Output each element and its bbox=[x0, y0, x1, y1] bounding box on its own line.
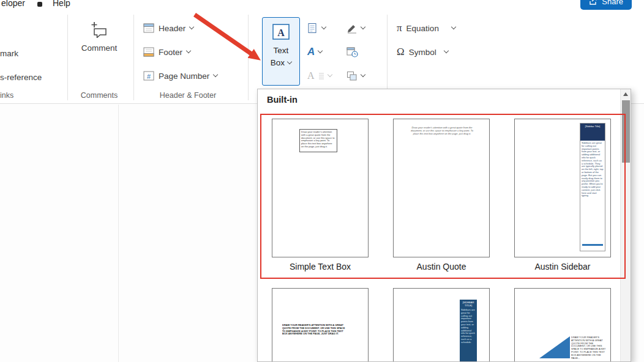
chevron-down-icon bbox=[186, 48, 191, 53]
preview-text-block: Draw your reader's attention with a grea… bbox=[299, 129, 337, 152]
scroll-up-arrow-icon[interactable] bbox=[623, 92, 628, 96]
chevron-down-icon bbox=[327, 72, 332, 77]
comments-group-label: Comments bbox=[77, 91, 121, 100]
scrollbar-thumb[interactable] bbox=[622, 100, 630, 163]
text-box-icon: A bbox=[272, 23, 290, 40]
gallery-row-1: Draw your reader's attention with a grea… bbox=[260, 116, 623, 272]
gallery-item-austin-quote[interactable]: Draw your reader's attention with a grea… bbox=[381, 116, 502, 272]
menu-help[interactable]: Help bbox=[53, 0, 70, 8]
chevron-down-icon bbox=[443, 48, 448, 53]
gallery-item-label: Austin Quote bbox=[417, 262, 466, 272]
equation-icon: π bbox=[397, 22, 402, 34]
svg-text:#: # bbox=[147, 73, 151, 80]
page-number-icon: # bbox=[143, 71, 154, 81]
menu-separator-icon bbox=[37, 2, 42, 7]
chevron-down-icon bbox=[213, 72, 218, 77]
chevron-down-icon bbox=[321, 24, 326, 29]
header-button-label: Header bbox=[159, 24, 185, 33]
preview-triangle-accent bbox=[539, 336, 570, 358]
austin-quote-preview: Draw your reader's attention with a grea… bbox=[393, 119, 490, 257]
text-box-label-line1: Text bbox=[274, 45, 289, 57]
chevron-down-icon bbox=[361, 72, 365, 77]
wordart-button[interactable]: A bbox=[305, 42, 339, 62]
preview-sidebar-title: [Sidebar Title] bbox=[580, 124, 605, 141]
date-time-icon bbox=[346, 46, 358, 57]
group-separator bbox=[387, 15, 388, 100]
gallery-item-label: Simple Text Box bbox=[290, 262, 351, 272]
preview-accent-bar bbox=[582, 244, 603, 246]
gallery-scrollbar[interactable] bbox=[620, 89, 631, 361]
symbol-button[interactable]: Ω Symbol bbox=[397, 43, 448, 61]
menu-developer-partial[interactable]: eloper bbox=[1, 0, 25, 8]
header-button[interactable]: Header bbox=[143, 20, 193, 37]
svg-text:A: A bbox=[277, 28, 285, 38]
gallery-row-2: DRAW YOUR READER'S ATTENTION WITH A GREA… bbox=[260, 286, 623, 362]
comment-button-label: Comment bbox=[81, 43, 118, 53]
chevron-down-icon bbox=[189, 24, 194, 29]
object-icon bbox=[346, 71, 358, 81]
banded-quote-preview: DRAW YOUR READER'S ATTENTION WITH A GREA… bbox=[272, 288, 369, 362]
gallery-item-facet-quote[interactable]: DRAW YOUR READER'S ATTENTION WITH A GREA… bbox=[502, 286, 623, 362]
drop-cap-lines-icon bbox=[318, 72, 324, 79]
cross-reference-button-partial[interactable]: s-reference bbox=[0, 73, 42, 82]
text-box-label-line2-text: Box bbox=[271, 57, 285, 69]
preview-sidebar-body: Sidebars are great for calling out impor… bbox=[461, 309, 476, 344]
equation-button-label: Equation bbox=[406, 24, 439, 33]
banded-sidebar-preview: [SIDEBAR TITLE] Sidebars are great for c… bbox=[393, 288, 490, 362]
gallery-item-austin-sidebar[interactable]: [Sidebar Title] Sidebars are great for c… bbox=[502, 116, 623, 272]
page-number-button[interactable]: # Page Number bbox=[143, 67, 217, 84]
footer-button-label: Footer bbox=[159, 48, 182, 57]
footer-button[interactable]: Footer bbox=[143, 43, 190, 61]
wordart-icon: A bbox=[307, 46, 315, 58]
word-app-window: eloper Help Share mark s-reference inks … bbox=[0, 0, 644, 362]
facet-quote-preview: DRAW YOUR READER'S ATTENTION WITH A GREA… bbox=[514, 288, 611, 362]
chevron-down-icon bbox=[361, 24, 365, 29]
text-box-label-line2: Box bbox=[271, 57, 291, 69]
share-button[interactable]: Share bbox=[580, 0, 632, 10]
preview-text-block: Draw your reader's attention with a grea… bbox=[410, 127, 474, 149]
group-separator bbox=[133, 15, 134, 100]
gallery-heading: Built-in bbox=[267, 95, 298, 105]
gallery-item-banded-quote[interactable]: DRAW YOUR READER'S ATTENTION WITH A GREA… bbox=[260, 286, 381, 362]
drop-cap-button[interactable]: A bbox=[305, 66, 339, 86]
group-separator bbox=[67, 15, 68, 100]
simple-text-box-preview: Draw your reader's attention with a grea… bbox=[272, 119, 369, 257]
object-button[interactable] bbox=[344, 66, 378, 86]
chevron-down-icon bbox=[287, 59, 292, 64]
group-separator bbox=[248, 15, 249, 100]
document-edge-line bbox=[118, 105, 119, 362]
comment-button[interactable]: Comment bbox=[77, 16, 121, 70]
gallery-item-label: Austin Sidebar bbox=[534, 262, 590, 272]
preview-sidebar-body: Sidebars are great for calling out impor… bbox=[580, 141, 605, 237]
gallery-item-simple-text-box[interactable]: Draw your reader's attention with a grea… bbox=[260, 116, 381, 272]
chevron-down-icon bbox=[451, 24, 456, 29]
symbol-button-label: Symbol bbox=[409, 48, 436, 57]
chevron-down-icon bbox=[318, 48, 323, 53]
new-comment-icon bbox=[90, 21, 108, 38]
text-box-button[interactable]: A Text Box bbox=[262, 17, 300, 86]
preview-sidebar: [SIDEBAR TITLE] Sidebars are great for c… bbox=[460, 300, 477, 362]
symbol-icon: Ω bbox=[397, 46, 405, 58]
quick-parts-button[interactable] bbox=[305, 18, 339, 38]
menu-bar: eloper Help Share bbox=[0, 0, 644, 10]
signature-pen-icon bbox=[346, 23, 358, 34]
footer-icon bbox=[143, 47, 154, 57]
page-number-button-label: Page Number bbox=[159, 72, 209, 81]
quick-parts-icon bbox=[307, 23, 318, 34]
equation-button[interactable]: π Equation bbox=[397, 20, 455, 37]
gallery-item-banded-sidebar[interactable]: [SIDEBAR TITLE] Sidebars are great for c… bbox=[381, 286, 502, 362]
header-icon bbox=[143, 23, 154, 33]
share-label: Share bbox=[602, 0, 623, 6]
bookmark-button-partial[interactable]: mark bbox=[0, 49, 18, 58]
date-time-button[interactable] bbox=[344, 42, 378, 62]
signature-line-button[interactable] bbox=[344, 18, 378, 38]
preview-text-block: DRAW YOUR READER'S ATTENTION WITH A GREA… bbox=[571, 336, 607, 360]
preview-text-block: DRAW YOUR READER'S ATTENTION WITH A GREA… bbox=[282, 324, 347, 353]
preview-sidebar-title: [SIDEBAR TITLE] bbox=[461, 301, 476, 307]
text-box-gallery-dropdown: Built-in Draw your reader's attention wi… bbox=[257, 89, 631, 362]
share-icon bbox=[589, 0, 597, 6]
drop-cap-icon: A bbox=[307, 70, 315, 81]
links-group-label: inks bbox=[0, 91, 13, 100]
header-footer-group-label: Header & Footer bbox=[142, 91, 234, 100]
austin-sidebar-preview: [Sidebar Title] Sidebars are great for c… bbox=[514, 119, 611, 257]
